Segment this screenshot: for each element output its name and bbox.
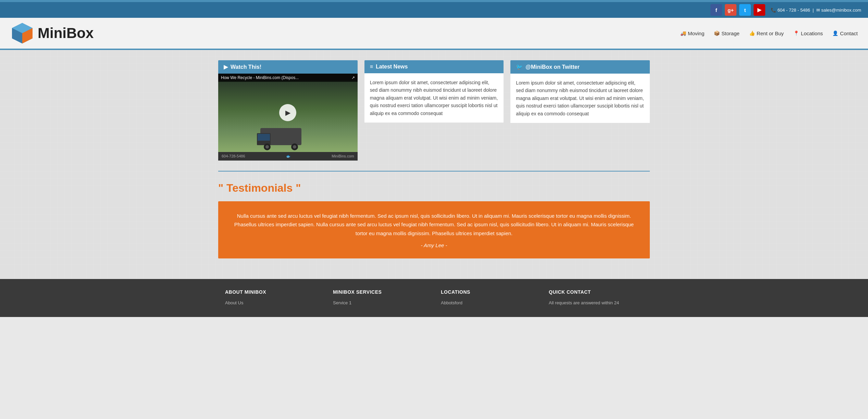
footer-contact-heading: QUICK CONTACT [549, 289, 643, 295]
footer-locations-heading: LOCATIONS [441, 289, 535, 295]
footer-columns: ABOUT MINIBOX About Us MINIBOX SERVICES … [218, 289, 650, 307]
logo-text: MiniBox [38, 25, 94, 41]
contact-info: 📞 604 - 728 - 5486 | ✉ sales@minibox.com [771, 8, 861, 13]
storage-icon: 📦 [714, 30, 720, 36]
svg-point-8 [265, 145, 269, 149]
main-content: ▶ Watch This! [0, 50, 868, 279]
logo-icon [10, 21, 34, 45]
nav-locations[interactable]: 📍 Locations [793, 30, 823, 36]
twitter-button[interactable]: t [739, 4, 751, 16]
nav-locations-label: Locations [801, 30, 823, 36]
latest-news-header: ≡ Latest News [364, 60, 504, 73]
twitter-body: Lorem ipsum dolor sit amet, consectetuer… [510, 74, 650, 123]
youtube-button[interactable]: ▶ [754, 4, 765, 16]
twitter-header: 🐦 @MiniBox on Twitter [510, 60, 650, 74]
quote-open-icon: " [218, 182, 226, 194]
testimonials-title-text: Testimonials [226, 182, 293, 194]
video-site: MiniBins.com [332, 154, 354, 158]
video-play-button[interactable]: ▶ [279, 104, 296, 121]
latest-news-label: Latest News [376, 64, 408, 70]
footer-service1-link[interactable]: Service 1 [333, 300, 427, 305]
testimonial-box: Nulla cursus ante sed arcu luctus vel fe… [218, 201, 650, 259]
nav-moving[interactable]: 🚚 Moving [680, 30, 704, 36]
header-main: MiniBox 🚚 Moving 📦 Storage 👍 Rent or Buy… [0, 18, 868, 49]
video-phone: 604-728-5486 [222, 154, 245, 158]
twitter-column: 🐦 @MiniBox on Twitter Lorem ipsum dolor … [510, 60, 650, 161]
google-plus-button[interactable]: g+ [725, 4, 736, 16]
footer-services: MINIBOX SERVICES Service 1 [326, 289, 434, 307]
watch-this-header: ▶ Watch This! [218, 60, 358, 74]
logo-area: MiniBox [10, 21, 94, 45]
testimonial-author: - Amy Lee - [232, 242, 636, 248]
footer-services-heading: MINIBOX SERVICES [333, 289, 427, 295]
nav-storage-label: Storage [721, 30, 740, 36]
nav-moving-label: Moving [688, 30, 704, 36]
footer-about-heading: ABOUT MINIBOX [225, 289, 319, 295]
main-nav: 🚚 Moving 📦 Storage 👍 Rent or Buy 📍 Locat… [680, 30, 858, 36]
testimonials-title: " Testimonials " [218, 182, 650, 194]
nav-contact[interactable]: 👤 Contact [832, 30, 858, 36]
watch-this-body: How We Recycle - MiniBins.com (Dispos...… [218, 74, 358, 161]
site-footer: ABOUT MINIBOX About Us MINIBOX SERVICES … [0, 279, 868, 317]
contact-icon: 👤 [832, 30, 838, 36]
twitter-bird-icon: 🐦 [516, 64, 523, 70]
video-footer: 604-728-5486 🐟 MiniBins.com [218, 152, 358, 161]
locations-icon: 📍 [793, 30, 799, 36]
fish-icon: 🐟 [286, 154, 291, 158]
header-top-bar: f g+ t ▶ 📞 604 - 728 - 5486 | ✉ sales@mi… [0, 2, 868, 18]
footer-contact-text: All requests are answered within 24 [549, 300, 643, 305]
twitter-text: Lorem ipsum dolor sit amet, consectetuer… [510, 74, 650, 123]
share-icon: ↗ [351, 75, 355, 80]
footer-contact: QUICK CONTACT All requests are answered … [542, 289, 650, 307]
play-circle-icon: ▶ [224, 64, 228, 70]
latest-news-text: Lorem ipsum dolor sit amet, consectetuer… [364, 73, 504, 123]
video-container[interactable]: How We Recycle - MiniBins.com (Dispos...… [218, 74, 358, 152]
video-title-text: How We Recycle - MiniBins.com (Dispos... [221, 75, 299, 80]
latest-news-column: ≡ Latest News Lorem ipsum dolor sit amet… [364, 60, 504, 161]
footer-about-us-link[interactable]: About Us [225, 300, 319, 305]
email-link[interactable]: sales@minibox.com [821, 8, 861, 13]
quote-close-icon: " [296, 182, 301, 194]
nav-rent-or-buy[interactable]: 👍 Rent or Buy [749, 30, 784, 36]
site-header: f g+ t ▶ 📞 604 - 728 - 5486 | ✉ sales@mi… [0, 2, 868, 49]
footer-about: ABOUT MINIBOX About Us [218, 289, 326, 307]
three-column-section: ▶ Watch This! [218, 60, 650, 161]
twitter-label: @MiniBox on Twitter [525, 64, 580, 70]
list-icon: ≡ [370, 64, 373, 70]
watch-this-label: Watch This! [231, 64, 261, 70]
play-button-circle[interactable]: ▶ [279, 104, 296, 121]
moving-icon: 🚚 [680, 30, 686, 36]
footer-locations: LOCATIONS Abbotsford [434, 289, 542, 307]
video-title-bar: How We Recycle - MiniBins.com (Dispos...… [218, 74, 358, 82]
truck-svg [253, 125, 322, 152]
facebook-button[interactable]: f [710, 4, 722, 16]
nav-storage[interactable]: 📦 Storage [714, 30, 740, 36]
latest-news-body: Lorem ipsum dolor sit amet, consectetuer… [364, 73, 504, 123]
nav-rent-or-buy-label: Rent or Buy [757, 30, 784, 36]
rent-or-buy-icon: 👍 [749, 30, 755, 36]
nav-contact-label: Contact [840, 30, 858, 36]
testimonial-quote: Nulla cursus ante sed arcu luctus vel fe… [232, 212, 636, 238]
footer-abbotsford-link[interactable]: Abbotsford [441, 300, 535, 305]
testimonials-section: " Testimonials " Nulla cursus ante sed a… [218, 172, 650, 269]
svg-point-10 [293, 145, 296, 149]
phone-number: 604 - 728 - 5486 [778, 8, 810, 13]
watch-this-column: ▶ Watch This! [218, 60, 358, 161]
svg-rect-6 [258, 134, 270, 141]
